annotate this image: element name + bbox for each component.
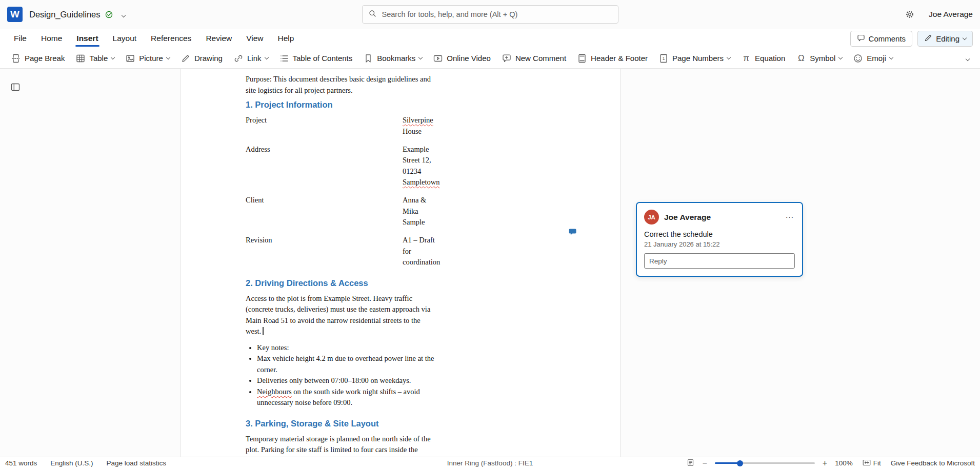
editing-button-label: Editing bbox=[936, 34, 959, 43]
comment-author: Joe Average bbox=[664, 213, 711, 222]
ring-info: Inner Ring (Fastfood) : FIE1 bbox=[447, 459, 533, 467]
feedback-link[interactable]: Give Feedback to Microsoft bbox=[891, 459, 975, 467]
page-break-button[interactable]: Page Break bbox=[6, 50, 69, 67]
info-row-project: Project Silverpine House bbox=[246, 115, 434, 137]
chevron-down-icon bbox=[963, 35, 967, 39]
search-input[interactable] bbox=[381, 10, 612, 19]
status-bar: 451 words English (U.S.) Page load stati… bbox=[0, 457, 980, 469]
ribbon-label: Drawing bbox=[194, 54, 223, 63]
zoom-level[interactable]: 100% bbox=[835, 459, 853, 467]
online-video-icon bbox=[433, 53, 443, 64]
word-logo[interactable]: W bbox=[7, 7, 23, 22]
emoji-button[interactable]: Emoji bbox=[848, 50, 897, 67]
ribbon-label: Bookmarks bbox=[377, 54, 415, 63]
title-bar: W Design_Guidelines Joe Average bbox=[0, 0, 980, 29]
svg-text:1: 1 bbox=[663, 55, 665, 60]
ribbon-label: Link bbox=[247, 54, 262, 63]
header-footer-icon bbox=[577, 53, 587, 64]
editing-mode-button[interactable]: Editing bbox=[917, 31, 973, 47]
ribbon-label: Table of Contents bbox=[293, 54, 353, 63]
tab-home[interactable]: Home bbox=[34, 30, 69, 47]
paragraph-parking: Temporary material storage is planned on… bbox=[246, 434, 434, 457]
chevron-down-icon bbox=[111, 55, 115, 59]
ribbon-label: Emoji bbox=[867, 54, 886, 63]
list-item: Key notes: bbox=[257, 342, 434, 354]
project-info-table: Project Silverpine House Address Example… bbox=[246, 115, 434, 268]
symbol-button[interactable]: Ω Symbol bbox=[791, 50, 847, 67]
page-view-icon[interactable] bbox=[687, 459, 694, 468]
fit-label: Fit bbox=[873, 459, 881, 467]
document-page[interactable]: Purpose: This document describes basic d… bbox=[181, 69, 621, 457]
symbol-icon: Ω bbox=[796, 53, 806, 64]
ribbon-tabs: File Home Insert Layout References Revie… bbox=[7, 30, 301, 47]
page-numbers-button[interactable]: 1 Page Numbers bbox=[654, 50, 735, 67]
info-row-client: Client Anna & Mika Sample bbox=[246, 195, 434, 228]
page-load-statistics[interactable]: Page load statistics bbox=[107, 459, 166, 467]
fit-to-width-icon bbox=[863, 459, 871, 467]
new-comment-button[interactable]: New Comment bbox=[497, 50, 571, 67]
drawing-button[interactable]: Drawing bbox=[176, 50, 227, 67]
chevron-down-icon bbox=[838, 55, 843, 59]
comment-text: Correct the schedule bbox=[644, 230, 795, 238]
info-value: Example Street 12, 01234 Sampletown bbox=[403, 144, 440, 188]
avatar: JA bbox=[644, 210, 659, 225]
zoom-slider-fill bbox=[715, 462, 740, 464]
info-value: A1 – Draft for coordination bbox=[403, 235, 440, 268]
title-dropdown-chevron-icon[interactable] bbox=[120, 9, 127, 21]
ribbon-label: New Comment bbox=[515, 54, 566, 63]
ribbon-label: Table bbox=[89, 54, 108, 63]
comment-timestamp: 21 January 2026 at 15:22 bbox=[644, 240, 795, 248]
comments-button[interactable]: Comments bbox=[850, 31, 913, 47]
table-button[interactable]: Table bbox=[71, 50, 119, 67]
ribbon-collapse-chevron-icon[interactable] bbox=[962, 50, 974, 67]
link-icon bbox=[233, 53, 244, 64]
info-key: Address bbox=[246, 144, 403, 188]
equation-button[interactable]: π Equation bbox=[736, 50, 790, 67]
word-logo-letter: W bbox=[10, 9, 19, 20]
ribbon-label: Page Break bbox=[25, 54, 65, 63]
zoom-in-button[interactable]: + bbox=[822, 459, 828, 467]
online-video-button[interactable]: Online Video bbox=[428, 50, 495, 67]
new-comment-icon bbox=[502, 53, 512, 64]
chevron-down-icon bbox=[889, 55, 893, 59]
bookmarks-button[interactable]: Bookmarks bbox=[358, 50, 427, 67]
tab-insert[interactable]: Insert bbox=[70, 30, 105, 47]
ribbon-label: Symbol bbox=[810, 54, 835, 63]
ribbon-label: Picture bbox=[139, 54, 163, 63]
tab-file[interactable]: File bbox=[7, 30, 33, 47]
heading-project-information: 1. Project Information bbox=[246, 99, 434, 110]
gear-icon[interactable] bbox=[903, 8, 916, 21]
picture-button[interactable]: Picture bbox=[121, 50, 174, 67]
page-break-icon bbox=[11, 53, 21, 64]
info-row-revision: Revision A1 – Draft for coordination bbox=[246, 235, 434, 268]
table-of-contents-button[interactable]: Table of Contents bbox=[274, 50, 357, 67]
tab-help[interactable]: Help bbox=[271, 30, 301, 47]
navigation-pane-toggle-icon[interactable] bbox=[8, 80, 23, 96]
link-button[interactable]: Link bbox=[229, 50, 273, 67]
list-item: Neighbours on the south side work night … bbox=[257, 386, 434, 409]
zoom-slider-handle[interactable] bbox=[737, 460, 743, 466]
pencil-icon bbox=[924, 34, 932, 44]
tab-view[interactable]: View bbox=[239, 30, 270, 47]
search-bar[interactable] bbox=[362, 5, 618, 24]
document-title[interactable]: Design_Guidelines bbox=[29, 10, 101, 19]
ribbon-label: Page Numbers bbox=[672, 54, 724, 63]
zoom-out-button[interactable]: − bbox=[701, 459, 708, 467]
language-selector[interactable]: English (U.S.) bbox=[50, 459, 93, 467]
document-workspace: Purpose: This document describes basic d… bbox=[0, 69, 980, 457]
header-footer-button[interactable]: Header & Footer bbox=[572, 50, 652, 67]
zoom-slider[interactable] bbox=[715, 462, 815, 464]
fit-button[interactable]: Fit bbox=[859, 459, 884, 468]
comment-reply-input[interactable] bbox=[644, 253, 795, 269]
tab-review[interactable]: Review bbox=[199, 30, 238, 47]
comments-button-label: Comments bbox=[869, 34, 906, 43]
tab-references[interactable]: References bbox=[144, 30, 198, 47]
info-value: Anna & Mika Sample bbox=[403, 195, 434, 228]
more-options-icon[interactable]: … bbox=[784, 212, 795, 222]
word-count[interactable]: 451 words bbox=[5, 459, 37, 467]
tab-layout[interactable]: Layout bbox=[106, 30, 144, 47]
saved-status-icon[interactable] bbox=[105, 11, 113, 18]
user-account-name[interactable]: Joe Average bbox=[929, 10, 973, 19]
document-editing-surface[interactable]: Purpose: This document describes basic d… bbox=[181, 69, 495, 457]
comment-anchor-icon[interactable] bbox=[567, 227, 578, 239]
